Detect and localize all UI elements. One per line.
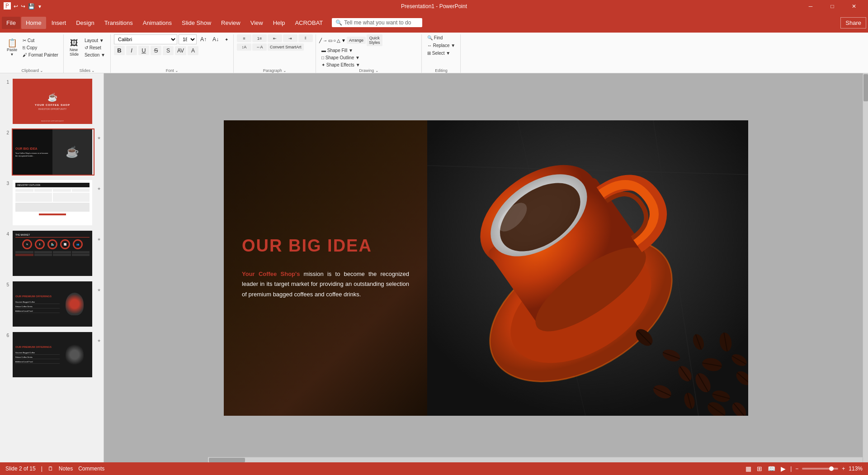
status-bar: Slide 2 of 15 | 🗒 Notes Comments ▦ ⊞ 📖 ▶… <box>0 462 868 475</box>
customize-arrow[interactable]: ▼ <box>38 4 42 9</box>
menu-help[interactable]: Help <box>269 17 290 29</box>
paste-button[interactable]: 📋 Paste ▼ <box>5 34 19 61</box>
section-button[interactable]: Section ▼ <box>82 52 108 58</box>
minimize-button[interactable]: ─ <box>800 0 821 13</box>
font-color-button[interactable]: A <box>188 46 198 55</box>
cut-button[interactable]: ✂ Cut <box>20 37 61 44</box>
menu-design[interactable]: Design <box>71 17 99 29</box>
horizontal-scrollbar[interactable] <box>208 457 863 462</box>
numbering-button[interactable]: 1≡ <box>252 34 267 42</box>
zoom-out-button[interactable]: − <box>795 466 798 472</box>
menu-animations[interactable]: Animations <box>138 17 176 29</box>
strikethrough-button[interactable]: S <box>151 46 161 55</box>
menu-slideshow[interactable]: Slide Show <box>177 17 216 29</box>
shape-triangle[interactable]: △ <box>337 38 340 43</box>
slide-thumbnail-4[interactable]: 4 THE MARKET % $ 🏪 📈 👥 <box>2 229 102 278</box>
slide4-circle: $ <box>35 239 45 249</box>
share-button[interactable]: Share <box>840 17 866 28</box>
decrease-font-button[interactable]: A↓ <box>210 35 221 43</box>
paste-dropdown[interactable]: ▼ <box>10 52 14 57</box>
quick-access-undo[interactable]: ↩ <box>14 3 18 10</box>
menu-review[interactable]: Review <box>217 17 245 29</box>
comments-button[interactable]: Comments <box>78 466 104 472</box>
quick-styles-button[interactable]: QuickStyles <box>367 34 382 46</box>
format-painter-button[interactable]: 🖌 Format Painter <box>20 52 61 58</box>
notes-button[interactable]: Notes <box>59 466 73 472</box>
quick-access-save[interactable]: 💾 <box>28 3 35 10</box>
maximize-button[interactable]: □ <box>822 0 843 13</box>
reset-button[interactable]: ↺ Reset <box>82 44 108 51</box>
slide-image-4[interactable]: THE MARKET % $ 🏪 📈 👥 <box>12 230 94 277</box>
slide-thumbnail-1[interactable]: 1 ☕ YOUR COFFEE SHOP INVESTOR OPPORTUNIT… <box>2 77 102 126</box>
bold-button[interactable]: B <box>114 46 125 55</box>
slide-image-2[interactable]: OUR BIG IDEA Your Coffee Shop's mission … <box>12 128 94 176</box>
replace-button[interactable]: ↔ Replace ▼ <box>425 42 458 49</box>
slideshow-button[interactable]: ▶ <box>780 464 787 473</box>
menu-file[interactable]: File <box>2 17 20 29</box>
slide-thumbnail-2[interactable]: 2 OUR BIG IDEA Your Coffee Shop's missio… <box>2 128 102 176</box>
menu-home[interactable]: Home <box>21 17 46 29</box>
zoom-in-button[interactable]: + <box>842 466 845 472</box>
slide-thumbnail-6[interactable]: 6 OUR PREMIUM OFFERINGS Gourmet Bagged C… <box>2 330 102 379</box>
slide5-item1: Gourmet Bagged Coffee <box>15 300 60 304</box>
select-button[interactable]: ⊞ Select ▼ <box>425 50 458 57</box>
shape-outline-button[interactable]: □ Shape Outline ▼ <box>319 54 363 61</box>
menu-view[interactable]: View <box>246 17 268 29</box>
menu-transitions[interactable]: Transitions <box>100 17 137 29</box>
find-button[interactable]: 🔍 Find <box>425 34 458 41</box>
vertical-scrollbar[interactable] <box>863 73 868 462</box>
slide-sorter-button[interactable]: ⊞ <box>756 464 763 473</box>
arrange-button[interactable]: Arrange <box>347 37 366 44</box>
columns-button[interactable]: ⦀ <box>298 34 313 42</box>
shape-rect[interactable]: ▭ <box>328 38 332 43</box>
reading-view-button[interactable]: 📖 <box>767 464 776 473</box>
slide-star-5: ★ <box>97 280 101 292</box>
zoom-slider-thumb <box>829 466 834 471</box>
slide-image-6[interactable]: OUR PREMIUM OFFERINGS Gourmet Bagged Cof… <box>12 331 94 378</box>
layout-button[interactable]: Layout ▼ <box>82 37 108 44</box>
slide5-coffee-image <box>66 293 84 315</box>
quick-access-redo[interactable]: ↪ <box>21 3 25 10</box>
clear-format-button[interactable]: ✦ <box>222 36 231 43</box>
slide-thumbnail-3[interactable]: 3 INDUSTRY OUTLOOK <box>2 178 102 227</box>
decrease-indent-button[interactable]: ⇤ <box>268 34 282 42</box>
slide2-cup-icon: ☕ <box>66 146 79 158</box>
title-bar: 🅿 ↩ ↪ 💾 ▼ Presentation1 - PowerPoint ─ □… <box>0 0 868 13</box>
convert-smartart-button[interactable]: Convert SmartArt <box>268 43 304 51</box>
italic-button[interactable]: I <box>126 46 137 55</box>
canvas-area[interactable]: OUR BIG IDEA Your Coffee Shop's mission … <box>104 73 868 462</box>
new-slide-button[interactable]: 🖼 NewSlide <box>67 34 81 61</box>
shape-more[interactable]: ▼ <box>341 38 346 43</box>
slide-thumbnail-5[interactable]: 5 OUR PREMIUM OFFERINGS Gourmet Bagged C… <box>2 280 102 328</box>
shape-fill-button[interactable]: ▬ Shape Fill ▼ <box>319 47 363 54</box>
slide-image-3[interactable]: INDUSTRY OUTLOOK <box>12 179 94 226</box>
normal-view-button[interactable]: ▦ <box>745 464 752 473</box>
shadow-button[interactable]: S <box>163 46 174 55</box>
align-text-button[interactable]: ↔A <box>252 43 267 51</box>
tell-me-box[interactable]: 🔍 Tell me what you want to do <box>332 18 422 27</box>
font-spacing-button[interactable]: AV <box>175 46 186 55</box>
shape-arrow[interactable]: → <box>323 38 327 43</box>
zoom-slider[interactable] <box>802 468 838 470</box>
close-button[interactable]: ✕ <box>844 0 864 13</box>
shape-effects-button[interactable]: ✦ Shape Effects ▼ <box>319 62 363 68</box>
slides-label: Slides ⌄ <box>79 68 95 73</box>
menu-insert[interactable]: Insert <box>47 17 71 29</box>
font-size-select[interactable]: 18 <box>179 34 197 44</box>
text-direction-button[interactable]: ↕A <box>237 43 251 51</box>
slide-image-5[interactable]: OUR PREMIUM OFFERINGS Gourmet Bagged Cof… <box>12 280 94 328</box>
bullets-button[interactable]: ≡ <box>237 34 251 42</box>
underline-button[interactable]: U <box>138 46 149 55</box>
increase-font-button[interactable]: A↑ <box>198 35 209 43</box>
shape-line[interactable]: ╱ <box>319 38 322 43</box>
slide-image-1[interactable]: ☕ YOUR COFFEE SHOP INVESTOR OPPORTUNITY … <box>12 78 101 125</box>
ribbon-group-clipboard: 📋 Paste ▼ ✂ Cut ⎘ Copy 🖌 Format Painter … <box>2 34 64 74</box>
copy-button[interactable]: ⎘ Copy <box>20 44 61 51</box>
new-slide-icon: 🖼 <box>70 39 78 47</box>
menu-acrobat[interactable]: ACROBAT <box>290 17 327 29</box>
slide-canvas[interactable]: OUR BIG IDEA Your Coffee Shop's mission … <box>224 120 748 416</box>
zoom-level[interactable]: 113% <box>849 466 863 472</box>
shape-oval[interactable]: ○ <box>333 38 336 43</box>
increase-indent-button[interactable]: ⇥ <box>283 34 297 42</box>
font-family-select[interactable]: Calibri <box>114 34 177 44</box>
